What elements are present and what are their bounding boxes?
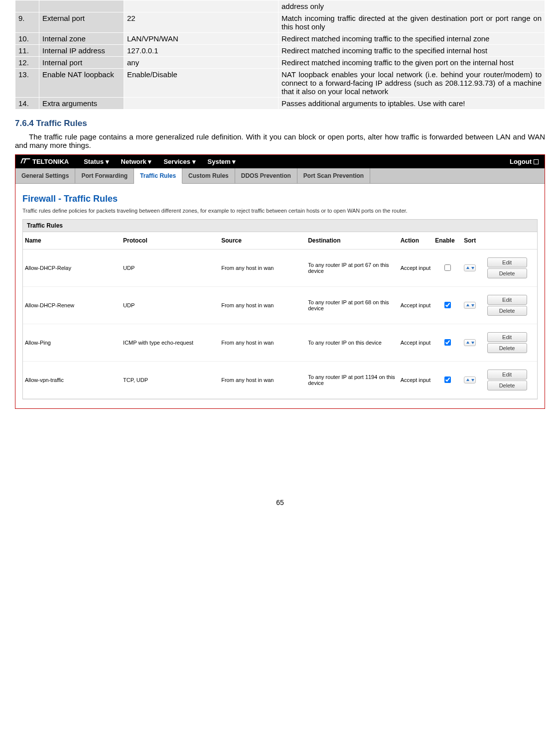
tab-port-scan-prevention[interactable]: Port Scan Prevention bbox=[297, 168, 370, 184]
delete-button[interactable]: Delete bbox=[487, 306, 527, 316]
table-row: 10.Internal zoneLAN/VPN/WANRedirect matc… bbox=[15, 33, 545, 45]
cell-num: 10. bbox=[15, 33, 39, 45]
table-row: 14.Extra argumentsPasses additional argu… bbox=[15, 98, 545, 110]
cell-desc: Redirect matched incoming traffic to the… bbox=[279, 33, 545, 45]
sort-down-icon bbox=[470, 265, 474, 270]
cell-name: Internal port bbox=[39, 57, 124, 69]
cell-num: 12. bbox=[15, 57, 39, 69]
sort-down-icon bbox=[470, 340, 474, 345]
page-title: Firewall - Traffic Rules bbox=[22, 194, 538, 204]
table-row: address only bbox=[15, 0, 545, 12]
edit-button[interactable]: Edit bbox=[487, 370, 527, 379]
enable-checkbox[interactable] bbox=[444, 302, 451, 308]
tab-custom-rules[interactable]: Custom Rules bbox=[182, 168, 235, 184]
sort-up-icon bbox=[465, 303, 469, 308]
cell-desc: Match incoming traffic directed at the g… bbox=[279, 12, 545, 33]
page-number: 65 bbox=[15, 499, 545, 506]
rule-action: Accept input bbox=[399, 250, 433, 287]
delete-button[interactable]: Delete bbox=[487, 343, 527, 353]
col-sort: Sort bbox=[462, 232, 485, 250]
cell-num bbox=[15, 0, 39, 12]
cell-value: any bbox=[124, 57, 279, 69]
sort-up-icon bbox=[465, 265, 469, 270]
cell-desc: Redirect matched incoming traffic to the… bbox=[279, 57, 545, 69]
edit-button[interactable]: Edit bbox=[487, 295, 527, 305]
cell-desc: NAT loopback enables your local network … bbox=[279, 69, 545, 98]
brand-logo-icon bbox=[21, 158, 30, 165]
sort-up-icon bbox=[465, 377, 469, 382]
cell-num: 9. bbox=[15, 12, 39, 33]
nav-item-system[interactable]: System ▾ bbox=[208, 158, 236, 165]
cell-value: 127.0.0.1 bbox=[124, 45, 279, 57]
delete-button[interactable]: Delete bbox=[487, 268, 527, 278]
cell-name: Internal IP address bbox=[39, 45, 124, 57]
rule-protocol: UDP bbox=[121, 287, 219, 324]
rule-action: Accept input bbox=[399, 362, 433, 399]
rule-name: Allow-DHCP-Renew bbox=[23, 287, 121, 324]
nav-item-network[interactable]: Network ▾ bbox=[121, 158, 152, 165]
rule-protocol: UDP bbox=[121, 250, 219, 287]
cell-value bbox=[124, 98, 279, 110]
section-number: 7.6.4 bbox=[15, 119, 34, 128]
enable-checkbox[interactable] bbox=[444, 264, 451, 271]
cell-value: 22 bbox=[124, 12, 279, 33]
tab-traffic-rules[interactable]: Traffic Rules bbox=[134, 168, 182, 184]
rule-destination: To any router IP at port 68 on this devi… bbox=[306, 287, 399, 324]
col-name: Name bbox=[23, 232, 121, 250]
logout-link[interactable]: Logout bbox=[510, 158, 539, 165]
rule-destination: To any router IP on this device bbox=[306, 324, 399, 362]
delete-button[interactable]: Delete bbox=[487, 380, 527, 390]
cell-name: Enable NAT loopback bbox=[39, 69, 124, 98]
sort-handle[interactable] bbox=[464, 264, 476, 271]
cell-name: External port bbox=[39, 12, 124, 33]
cell-name: Internal zone bbox=[39, 33, 124, 45]
rule-destination: To any router IP at port 67 on this devi… bbox=[306, 250, 399, 287]
rule-source: From any host in wan bbox=[219, 324, 306, 362]
rule-name: Allow-vpn-traffic bbox=[23, 362, 121, 399]
table-row: Allow-PingICMP with type echo-requestFro… bbox=[23, 324, 537, 362]
section-heading: 7.6.4 Traffic Rules bbox=[15, 119, 545, 128]
table-row: Allow-DHCP-RelayUDPFrom any host in wanT… bbox=[23, 250, 537, 287]
nav-item-status[interactable]: Status ▾ bbox=[84, 158, 109, 165]
screenshot-firewall-traffic-rules: TELTONIKA Status ▾Network ▾Services ▾Sys… bbox=[15, 154, 545, 409]
tab-ddos-prevention[interactable]: DDOS Prevention bbox=[235, 168, 297, 184]
sort-handle[interactable] bbox=[464, 376, 476, 383]
rule-action: Accept input bbox=[399, 287, 433, 324]
sort-handle[interactable] bbox=[464, 339, 476, 346]
cell-name bbox=[39, 0, 124, 12]
parameter-table: address only9.External port22Match incom… bbox=[15, 0, 545, 110]
cell-num: 14. bbox=[15, 98, 39, 110]
table-row: 12.Internal portanyRedirect matched inco… bbox=[15, 57, 545, 69]
cell-name: Extra arguments bbox=[39, 98, 124, 110]
cell-desc: Redirect matched incoming traffic to the… bbox=[279, 45, 545, 57]
table-row: Allow-vpn-trafficTCP, UDPFrom any host i… bbox=[23, 362, 537, 399]
enable-checkbox[interactable] bbox=[444, 376, 451, 383]
sort-handle[interactable] bbox=[464, 302, 476, 309]
brand-logo[interactable]: TELTONIKA bbox=[21, 158, 69, 165]
rule-source: From any host in wan bbox=[219, 250, 306, 287]
col-proto: Protocol bbox=[121, 232, 219, 250]
rule-name: Allow-Ping bbox=[23, 324, 121, 362]
tab-port-forwarding[interactable]: Port Forwarding bbox=[75, 168, 134, 184]
page-description: Traffic rules define policies for packet… bbox=[22, 207, 538, 214]
col-enable: Enable bbox=[433, 232, 462, 250]
edit-button[interactable]: Edit bbox=[487, 257, 527, 267]
rule-protocol: ICMP with type echo-request bbox=[121, 324, 219, 362]
section-title: Traffic Rules bbox=[36, 119, 87, 128]
rule-source: From any host in wan bbox=[219, 287, 306, 324]
tab-general-settings[interactable]: General Settings bbox=[15, 168, 75, 184]
sort-up-icon bbox=[465, 340, 469, 345]
logout-icon bbox=[534, 159, 539, 164]
col-dest: Destination bbox=[306, 232, 399, 250]
enable-checkbox[interactable] bbox=[444, 339, 451, 346]
edit-button[interactable]: Edit bbox=[487, 332, 527, 342]
cell-desc: Passes additional arguments to iptables.… bbox=[279, 98, 545, 110]
col-action: Action bbox=[399, 232, 433, 250]
table-row: Allow-DHCP-RenewUDPFrom any host in wanT… bbox=[23, 287, 537, 324]
nav-item-services[interactable]: Services ▾ bbox=[163, 158, 195, 165]
cell-value: LAN/VPN/WAN bbox=[124, 33, 279, 45]
cell-value: Enable/Disable bbox=[124, 69, 279, 98]
table-row: 11.Internal IP address127.0.0.1Redirect … bbox=[15, 45, 545, 57]
cell-value bbox=[124, 0, 279, 12]
cell-num: 11. bbox=[15, 45, 39, 57]
